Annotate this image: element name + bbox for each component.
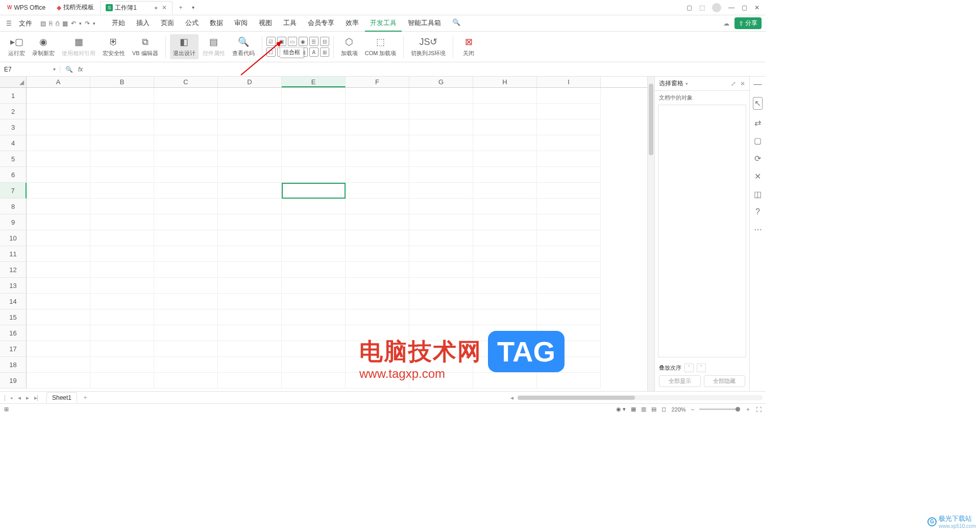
cell-F6[interactable] [346, 167, 409, 183]
bookmark-icon[interactable]: ◫ [754, 189, 762, 199]
cell-G2[interactable] [409, 104, 473, 119]
cell-E6[interactable] [282, 167, 346, 183]
undo-icon[interactable]: ↶ [71, 20, 76, 27]
cell-B7[interactable] [90, 183, 154, 199]
scroll-thumb[interactable] [518, 396, 635, 400]
cell-E17[interactable] [282, 341, 346, 357]
cell-G10[interactable] [409, 230, 473, 246]
name-box-dropdown-icon[interactable]: ▾ [53, 66, 56, 72]
tab-member[interactable]: 会员专享 [303, 15, 339, 32]
tab-efficiency[interactable]: 效率 [340, 15, 364, 32]
cell-G11[interactable] [409, 246, 473, 262]
row-header-17[interactable]: 17 [0, 341, 27, 357]
cell-I2[interactable] [537, 104, 601, 119]
tab-insert[interactable]: 插入 [131, 15, 155, 32]
cell-A15[interactable] [27, 309, 90, 325]
cell-C1[interactable] [154, 88, 218, 104]
cell-I11[interactable] [537, 246, 601, 262]
cell-A5[interactable] [27, 151, 90, 167]
col-header-C[interactable]: C [154, 77, 218, 87]
sheet-first-icon[interactable]: ⎸◂ [3, 394, 14, 401]
tab-wps-office[interactable]: W WPS Office [2, 1, 51, 14]
cell-E9[interactable] [282, 214, 346, 230]
cell-G3[interactable] [409, 119, 473, 135]
cell-I18[interactable] [537, 357, 601, 373]
cell-F14[interactable] [346, 294, 409, 309]
cell-A4[interactable] [27, 135, 90, 151]
cell-C7[interactable] [154, 183, 218, 199]
cell-H11[interactable] [473, 246, 537, 262]
cell-E8[interactable] [282, 199, 346, 214]
cell-G17[interactable] [409, 341, 473, 357]
tab-tools[interactable]: 工具 [278, 15, 302, 32]
cell-B2[interactable] [90, 104, 154, 119]
cell-H6[interactable] [473, 167, 537, 183]
vb-editor-button[interactable]: ⧉VB 编辑器 [129, 35, 161, 59]
cell-H13[interactable] [473, 278, 537, 294]
row-header-19[interactable]: 19 [0, 373, 27, 389]
optionbutton-control-icon[interactable]: ◉ [299, 37, 308, 46]
print-icon[interactable]: ⎙ [56, 20, 59, 27]
cell-E18[interactable] [282, 357, 346, 373]
cell-C9[interactable] [154, 214, 218, 230]
name-box[interactable]: E7 ▾ [0, 66, 60, 73]
cell-I13[interactable] [537, 278, 601, 294]
row-header-13[interactable]: 13 [0, 278, 27, 294]
undo-dropdown-icon[interactable]: ▾ [79, 21, 82, 26]
help-icon[interactable]: ? [755, 207, 760, 216]
tab-formula[interactable]: 公式 [180, 15, 204, 32]
cell-C10[interactable] [154, 230, 218, 246]
cell-B14[interactable] [90, 294, 154, 309]
cell-G7[interactable] [409, 183, 473, 199]
cell-D14[interactable] [218, 294, 282, 309]
collapse-icon[interactable]: — [754, 80, 762, 89]
hide-all-button[interactable]: 全部隐藏 [704, 375, 746, 387]
cell-B15[interactable] [90, 309, 154, 325]
cell-H9[interactable] [473, 214, 537, 230]
cell-B9[interactable] [90, 214, 154, 230]
col-header-I[interactable]: I [537, 77, 601, 87]
cell-A16[interactable] [27, 325, 90, 341]
cell-I16[interactable] [537, 325, 601, 341]
eye-icon[interactable]: ◉ ▾ [616, 406, 626, 413]
cell-H10[interactable] [473, 230, 537, 246]
hamburger-icon[interactable]: ☰ [4, 20, 14, 27]
col-header-G[interactable]: G [409, 77, 473, 87]
cell-A7[interactable] [27, 183, 90, 199]
cell-I1[interactable] [537, 88, 601, 104]
zoom-thumb[interactable] [736, 407, 740, 412]
link-icon[interactable]: ⎘ [49, 20, 53, 27]
cell-E16[interactable] [282, 325, 346, 341]
cell-B16[interactable] [90, 325, 154, 341]
zoom-out-icon[interactable]: − [691, 406, 694, 413]
zoom-in-icon[interactable]: ＋ [745, 405, 751, 413]
label-control-icon[interactable]: A [309, 47, 318, 57]
cell-F1[interactable] [346, 88, 409, 104]
tab-close-button[interactable]: ✕ [162, 4, 167, 11]
cell-A8[interactable] [27, 199, 90, 214]
cell-F17[interactable] [346, 341, 409, 357]
run-macro-button[interactable]: ▸▢运行宏 [5, 34, 28, 59]
cell-E5[interactable] [282, 151, 346, 167]
cell-I12[interactable] [537, 262, 601, 278]
col-header-B[interactable]: B [90, 77, 154, 87]
horizontal-scrollbar[interactable]: ◂ ▸ [518, 395, 763, 400]
cell-F3[interactable] [346, 119, 409, 135]
cell-H16[interactable] [473, 325, 537, 341]
sheet-prev-icon[interactable]: ◂ [16, 394, 22, 401]
close-button[interactable]: ⊠关闭 [457, 34, 480, 59]
cell-G6[interactable] [409, 167, 473, 183]
row-header-8[interactable]: 8 [0, 199, 27, 214]
cell-B6[interactable] [90, 167, 154, 183]
view-normal-icon[interactable]: ▦ [631, 406, 636, 413]
cell-B8[interactable] [90, 199, 154, 214]
sheet-last-icon[interactable]: ▸⎸ [33, 394, 44, 401]
cell-G14[interactable] [409, 294, 473, 309]
cell-D18[interactable] [218, 357, 282, 373]
tab-add-button[interactable]: ＋ [174, 3, 188, 12]
cell-A18[interactable] [27, 357, 90, 373]
tab-view[interactable]: 视图 [254, 15, 277, 32]
cell-F12[interactable] [346, 262, 409, 278]
cell-D17[interactable] [218, 341, 282, 357]
search-icon[interactable]: 🔍 [447, 15, 465, 32]
